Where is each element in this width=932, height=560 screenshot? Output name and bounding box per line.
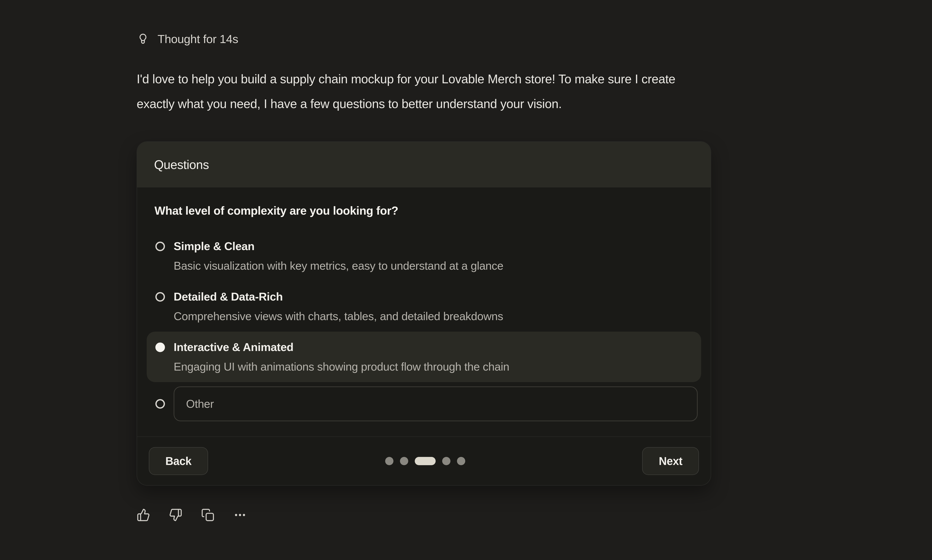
thought-label: Thought for 14s — [157, 32, 238, 46]
message-line: I'd love to help you build a supply chai… — [137, 66, 842, 91]
back-button[interactable]: Back — [149, 447, 208, 475]
pagination-dot — [457, 457, 465, 465]
card-title: Questions — [154, 157, 209, 172]
questions-card-body: What level of complexity are you looking… — [137, 188, 711, 437]
thumbs-down-icon — [169, 508, 182, 522]
radio-checked-icon[interactable] — [156, 343, 165, 352]
questions-card: Questions What level of complexity are y… — [137, 142, 711, 486]
lightbulb-icon — [137, 32, 149, 45]
option-description: Comprehensive views with charts, tables,… — [174, 306, 503, 326]
copy-icon — [201, 508, 214, 522]
option-detailed-data-rich[interactable]: Detailed & Data-Rich Comprehensive views… — [147, 281, 701, 332]
option-description: Engaging UI with animations showing prod… — [174, 357, 509, 377]
thumbs-up-button[interactable] — [137, 508, 150, 522]
option-other[interactable] — [147, 382, 701, 426]
pagination-dot — [442, 457, 450, 465]
message-column: Thought for 14s I'd love to help you bui… — [137, 32, 842, 522]
copy-button[interactable] — [201, 508, 214, 522]
ellipsis-icon — [233, 508, 247, 522]
option-description: Basic visualization with key metrics, ea… — [174, 256, 503, 275]
assistant-message-text: I'd love to help you build a supply chai… — [137, 66, 842, 116]
thought-header[interactable]: Thought for 14s — [137, 32, 842, 46]
questions-card-footer: Back Next — [137, 437, 711, 485]
option-label: Detailed & Data-Rich — [174, 287, 503, 306]
pagination-dot — [400, 457, 408, 465]
chat-assistant-message: Thought for 14s I'd love to help you bui… — [0, 0, 932, 560]
radio-unchecked-icon[interactable] — [156, 242, 165, 251]
more-options-button[interactable] — [233, 508, 247, 522]
question-text: What level of complexity are you looking… — [154, 204, 693, 217]
pagination-dot — [385, 457, 393, 465]
message-line: exactly what you need, I have a few ques… — [137, 91, 842, 116]
option-interactive-animated[interactable]: Interactive & Animated Engaging UI with … — [147, 332, 701, 382]
thumbs-up-icon — [137, 508, 150, 522]
other-option-input[interactable] — [174, 386, 698, 421]
pagination-dots — [385, 457, 465, 465]
option-simple-clean[interactable]: Simple & Clean Basic visualization with … — [147, 231, 701, 281]
pagination-dot-active — [415, 457, 436, 465]
radio-unchecked-icon[interactable] — [156, 399, 165, 409]
thumbs-down-button[interactable] — [169, 508, 182, 522]
questions-card-header: Questions — [137, 142, 711, 188]
next-button[interactable]: Next — [642, 447, 699, 475]
option-label: Interactive & Animated — [174, 337, 509, 357]
radio-unchecked-icon[interactable] — [156, 292, 165, 302]
message-actions-row — [137, 508, 842, 522]
option-label: Simple & Clean — [174, 236, 503, 256]
